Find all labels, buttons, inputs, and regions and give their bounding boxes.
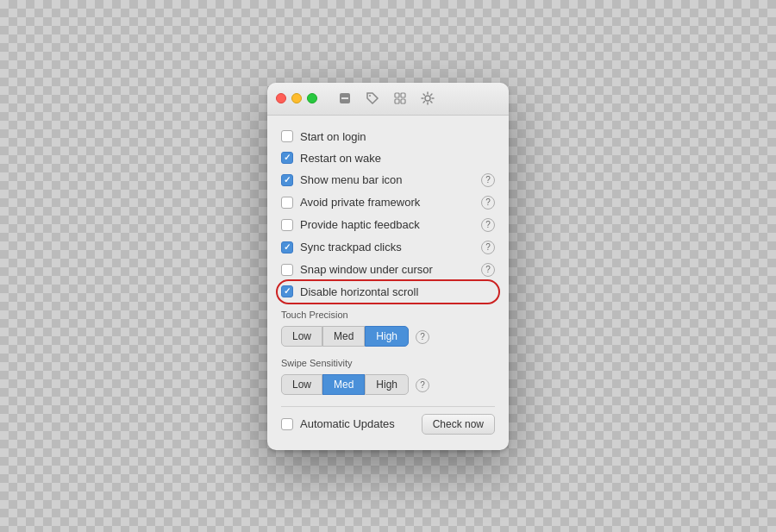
- settings-window: Start on login Restart on wake Show menu…: [267, 83, 509, 450]
- svg-rect-6: [401, 99, 405, 103]
- snap-window-row: Snap window under cursor ?: [281, 259, 495, 281]
- svg-point-7: [425, 96, 430, 101]
- snap-window-help-icon[interactable]: ?: [481, 263, 495, 277]
- touch-precision-med[interactable]: Med: [322, 326, 365, 347]
- restart-wake-label: Restart on wake: [300, 152, 381, 165]
- bottom-row: Automatic Updates Check now: [281, 406, 495, 436]
- check-now-button[interactable]: Check now: [422, 414, 495, 435]
- sync-trackpad-label: Sync trackpad clicks: [300, 241, 402, 253]
- haptic-feedback-left: Provide haptic feedback: [281, 218, 420, 231]
- start-login-row: Start on login: [281, 126, 495, 147]
- restart-wake-row: Restart on wake: [281, 147, 495, 169]
- swipe-sensitivity-label: Swipe Sensitivity: [281, 358, 495, 368]
- titlebar: [267, 83, 509, 116]
- sync-trackpad-help-icon[interactable]: ?: [481, 241, 495, 254]
- sync-trackpad-left: Sync trackpad clicks: [281, 241, 402, 253]
- sync-trackpad-row: Sync trackpad clicks ?: [281, 236, 495, 259]
- swipe-sensitivity-med[interactable]: Med: [322, 374, 365, 395]
- touch-precision-row: Low Med High ?: [281, 323, 495, 351]
- show-menu-bar-left: Show menu bar icon: [281, 173, 403, 186]
- show-menu-bar-checkbox[interactable]: [281, 174, 293, 186]
- touch-precision-help-icon[interactable]: ?: [416, 330, 429, 344]
- show-menu-bar-help-icon[interactable]: ?: [481, 173, 495, 187]
- swipe-sensitivity-row: Low Med High ?: [281, 372, 495, 399]
- haptic-feedback-label: Provide haptic feedback: [300, 218, 420, 231]
- touch-precision-group: Low Med High: [281, 326, 409, 347]
- svg-rect-4: [401, 93, 405, 97]
- swipe-sensitivity-help-icon[interactable]: ?: [416, 379, 429, 392]
- swipe-sensitivity-low[interactable]: Low: [281, 374, 322, 395]
- disable-horizontal-checkbox[interactable]: [281, 285, 293, 297]
- avoid-private-label: Avoid private framework: [300, 196, 420, 209]
- touch-precision-high[interactable]: High: [365, 326, 409, 347]
- show-menu-bar-row: Show menu bar icon ?: [281, 169, 495, 191]
- traffic-lights: [276, 93, 317, 103]
- touch-precision-label: Touch Precision: [281, 310, 495, 320]
- close-button[interactable]: [276, 93, 286, 103]
- start-login-label: Start on login: [300, 130, 366, 143]
- disable-horizontal-row: Disable horizontal scroll: [281, 281, 495, 303]
- svg-rect-5: [395, 99, 399, 103]
- swipe-sensitivity-group: Low Med High: [281, 374, 409, 395]
- haptic-feedback-checkbox[interactable]: [281, 219, 293, 231]
- pen-icon[interactable]: [335, 88, 355, 109]
- snap-window-left: Snap window under cursor: [281, 263, 433, 276]
- snap-window-label: Snap window under cursor: [300, 263, 433, 276]
- auto-updates-label: Automatic Updates: [300, 417, 395, 430]
- touch-precision-section: Touch Precision Low Med High ?: [281, 310, 495, 351]
- svg-rect-3: [395, 93, 399, 97]
- avoid-private-checkbox[interactable]: [281, 197, 293, 209]
- avoid-private-left: Avoid private framework: [281, 196, 420, 209]
- gear-icon[interactable]: [417, 88, 438, 109]
- disable-horizontal-label: Disable horizontal scroll: [300, 285, 418, 298]
- touch-precision-low[interactable]: Low: [281, 326, 322, 347]
- auto-updates-left: Automatic Updates: [281, 417, 395, 430]
- show-menu-bar-label: Show menu bar icon: [300, 173, 403, 186]
- swipe-sensitivity-high[interactable]: High: [365, 374, 409, 395]
- auto-updates-checkbox[interactable]: [281, 418, 293, 430]
- haptic-feedback-help-icon[interactable]: ?: [481, 218, 495, 232]
- titlebar-icons: [335, 88, 438, 109]
- maximize-button[interactable]: [307, 93, 317, 103]
- avoid-private-help-icon[interactable]: ?: [481, 196, 495, 210]
- sync-trackpad-checkbox[interactable]: [281, 241, 293, 253]
- haptic-feedback-row: Provide haptic feedback ?: [281, 214, 495, 236]
- avoid-private-row: Avoid private framework ?: [281, 191, 495, 214]
- snap-window-checkbox[interactable]: [281, 264, 293, 276]
- tag-icon[interactable]: [362, 88, 383, 109]
- minimize-button[interactable]: [291, 93, 302, 103]
- start-login-checkbox[interactable]: [281, 130, 293, 142]
- grid-icon[interactable]: [390, 88, 410, 109]
- svg-point-2: [369, 95, 371, 97]
- settings-content: Start on login Restart on wake Show menu…: [267, 116, 509, 450]
- swipe-sensitivity-section: Swipe Sensitivity Low Med High ?: [281, 358, 495, 399]
- restart-wake-checkbox[interactable]: [281, 152, 293, 164]
